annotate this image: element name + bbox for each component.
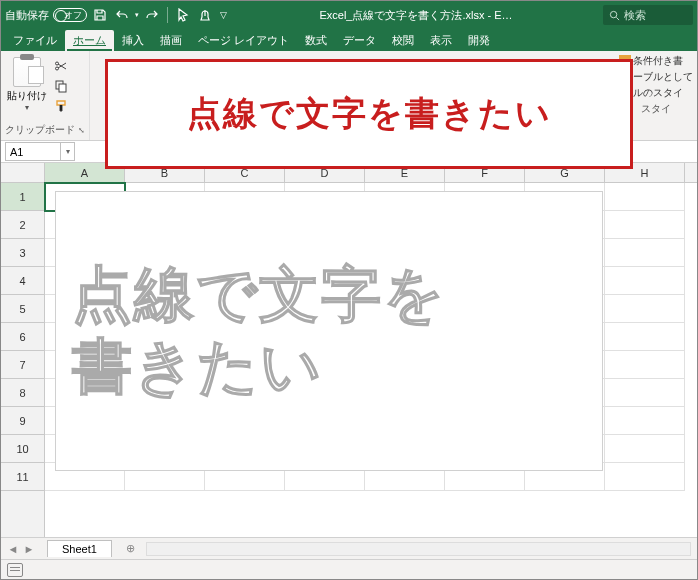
cell-H5[interactable] <box>605 295 685 323</box>
ribbon-tabs: ファイル ホーム 挿入 描画 ページ レイアウト 数式 データ 校閲 表示 開発 <box>1 29 697 51</box>
tab-scroll-left-icon[interactable]: ◄ <box>5 541 21 557</box>
scissors-icon <box>54 59 68 73</box>
cell-H2[interactable] <box>605 211 685 239</box>
tab-review[interactable]: 校閲 <box>384 30 422 51</box>
format-painter-button[interactable] <box>51 97 71 115</box>
row-header-5[interactable]: 5 <box>1 295 44 323</box>
cell-H9[interactable] <box>605 407 685 435</box>
cell-H3[interactable] <box>605 239 685 267</box>
undo-icon[interactable] <box>113 6 131 24</box>
paste-button[interactable]: 貼り付け ▾ <box>5 53 49 112</box>
new-sheet-button[interactable]: ⊕ <box>122 540 140 558</box>
row-header-2[interactable]: 2 <box>1 211 44 239</box>
tab-scroll-right-icon[interactable]: ► <box>21 541 37 557</box>
undo-dropdown-icon[interactable]: ▾ <box>135 11 139 19</box>
row-header-4[interactable]: 4 <box>1 267 44 295</box>
svg-point-0 <box>610 11 616 17</box>
tab-view[interactable]: 表示 <box>422 30 460 51</box>
tab-file[interactable]: ファイル <box>5 30 65 51</box>
tab-home[interactable]: ホーム <box>65 30 114 51</box>
row-headers: 1234567891011 <box>1 183 45 537</box>
cell-H1[interactable] <box>605 183 685 211</box>
autosave-label: 自動保存 <box>5 8 49 23</box>
copy-icon <box>54 79 68 93</box>
select-all-triangle[interactable] <box>1 163 45 183</box>
excel-window: 自動保存 オフ ▾ ▽ Excel_点線で文字を書く方法.xlsx - E… 検… <box>0 0 698 580</box>
row-header-9[interactable]: 9 <box>1 407 44 435</box>
textbox-shape[interactable]: 点線で文字を 書きたい <box>55 191 603 471</box>
title-bar: 自動保存 オフ ▾ ▽ Excel_点線で文字を書く方法.xlsx - E… 検… <box>1 1 697 29</box>
cell-H4[interactable] <box>605 267 685 295</box>
tab-data[interactable]: データ <box>335 30 384 51</box>
row-header-11[interactable]: 11 <box>1 463 44 491</box>
touch-mode-icon[interactable] <box>196 6 214 24</box>
record-macro-icon[interactable] <box>7 563 23 577</box>
cell-H6[interactable] <box>605 323 685 351</box>
annotation-callout: 点線で文字を書きたい <box>105 59 633 169</box>
clipboard-icon <box>13 57 41 87</box>
clipboard-group-label: クリップボード ⤡ <box>5 122 85 138</box>
sheet-tab-bar: ◄ ► Sheet1 ⊕ <box>1 537 697 559</box>
row-header-6[interactable]: 6 <box>1 323 44 351</box>
row-header-1[interactable]: 1 <box>1 183 44 211</box>
worksheet-grid[interactable]: ABCDEFGH 1234567891011 点線で文字を 書きたい <box>1 163 697 537</box>
dotted-text-line1: 点線で文字を <box>72 259 586 331</box>
tab-draw[interactable]: 描画 <box>152 30 190 51</box>
clipboard-group: 貼り付け ▾ クリップボード ⤡ <box>1 51 90 140</box>
redo-icon[interactable] <box>143 6 161 24</box>
cell-H11[interactable] <box>605 463 685 491</box>
tab-developer[interactable]: 開発 <box>460 30 498 51</box>
autosave-toggle[interactable]: オフ <box>53 8 87 22</box>
copy-button[interactable] <box>51 77 71 95</box>
tab-page-layout[interactable]: ページ レイアウト <box>190 30 297 51</box>
row-header-3[interactable]: 3 <box>1 239 44 267</box>
row-header-10[interactable]: 10 <box>1 435 44 463</box>
row-header-8[interactable]: 8 <box>1 379 44 407</box>
cut-button[interactable] <box>51 57 71 75</box>
name-box-dropdown-icon[interactable]: ▾ <box>61 142 75 161</box>
search-box[interactable]: 検索 <box>603 5 693 25</box>
search-placeholder: 検索 <box>624 8 646 23</box>
callout-text: 点線で文字を書きたい <box>187 91 552 137</box>
cell-H8[interactable] <box>605 379 685 407</box>
tab-formulas[interactable]: 数式 <box>297 30 335 51</box>
autosave-control[interactable]: 自動保存 オフ <box>5 8 87 23</box>
dotted-text-line2: 書きたい <box>72 331 586 403</box>
save-icon[interactable] <box>91 6 109 24</box>
status-bar <box>1 559 697 579</box>
name-box[interactable] <box>5 142 61 161</box>
svg-rect-2 <box>59 84 66 92</box>
paste-label: 貼り付け <box>7 89 47 103</box>
qat-separator <box>167 7 168 23</box>
qat-customize-icon[interactable]: ▽ <box>218 10 229 20</box>
paste-dropdown-icon[interactable]: ▾ <box>25 103 29 112</box>
row-header-7[interactable]: 7 <box>1 351 44 379</box>
search-icon <box>609 10 620 21</box>
callout-box: 点線で文字を書きたい <box>105 59 633 169</box>
window-title: Excel_点線で文字を書く方法.xlsx - E… <box>233 8 599 23</box>
horizontal-scrollbar[interactable] <box>146 542 691 556</box>
cursor-icon[interactable] <box>174 6 192 24</box>
sheet-tab-1[interactable]: Sheet1 <box>47 540 112 557</box>
cell-H10[interactable] <box>605 435 685 463</box>
cell-H7[interactable] <box>605 351 685 379</box>
tab-insert[interactable]: 挿入 <box>114 30 152 51</box>
paintbrush-icon <box>54 99 68 113</box>
